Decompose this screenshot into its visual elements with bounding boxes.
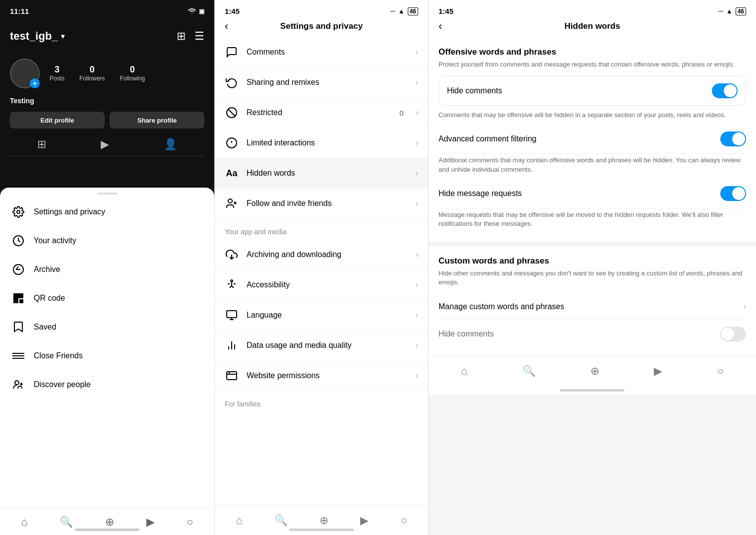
toggle-knob-3 [732,187,745,200]
home-nav-3[interactable]: ⌂ [461,365,467,378]
hide-message-requests-toggle[interactable] [720,186,746,201]
menu-item-comments[interactable]: Comments › [215,37,428,67]
search-nav-2[interactable]: 🔍 [274,514,288,527]
archiving-arrow: › [416,250,418,259]
bottom-nav-3: ⌂ 🔍 ⊕ ▶ ○ [429,356,756,386]
limited-arrow: › [416,138,418,147]
reels-nav-3[interactable]: ▶ [654,365,662,378]
hide-comments-card: Hide comments [439,76,746,106]
grid-tab-icon[interactable]: ⊞ [37,138,46,151]
follow-arrow: › [416,199,418,208]
advanced-filtering-toggle[interactable] [720,132,746,146]
add-nav-3[interactable]: ⊕ [590,365,599,378]
signal-icon: ▣ [199,8,204,15]
reels-tab-icon[interactable]: ▶ [101,138,109,151]
archive-icon [12,263,25,276]
restricted-icon [225,106,239,120]
discover-icon [12,378,25,391]
svg-point-16 [15,381,19,385]
section-header-families: For families [215,391,428,412]
section-header-media: Your app and media [215,219,428,240]
archive-label: Archive [34,265,60,274]
sheet-item-archive[interactable]: Archive [0,255,214,284]
add-story-button[interactable]: + [30,78,40,88]
menu-item-follow[interactable]: Follow and invite friends › [215,189,428,219]
hide-comments-desc: Comments that may be offensive will be h… [439,111,746,120]
comments-arrow: › [416,48,418,57]
back-button-3[interactable]: ‹ [439,20,442,33]
follow-icon [225,197,239,210]
share-profile-button[interactable]: Share profile [110,112,204,129]
data-usage-arrow: › [416,341,418,350]
menu-item-restricted[interactable]: Restricted 0 › [215,98,428,128]
svg-point-0 [17,210,20,213]
saved-label: Saved [34,323,56,332]
search-nav-3[interactable]: 🔍 [522,365,536,378]
language-icon [225,308,239,322]
sharing-label: Sharing and remixes [247,78,408,87]
search-nav-icon[interactable]: 🔍 [60,516,73,529]
bio-name: Testing [10,97,34,105]
menu-item-language[interactable]: Language › [215,300,428,331]
hide-comments-toggle[interactable] [712,83,738,98]
toggle-knob-4 [721,328,734,340]
tagged-tab-icon[interactable]: 👤 [164,138,177,151]
sheet-item-qr[interactable]: QR code [0,284,214,313]
menu-item-limited[interactable]: Limited interactions › [215,128,428,158]
menu-item-sharing[interactable]: Sharing and remixes › [215,67,428,98]
sheet-item-activity[interactable]: Your activity [0,226,214,255]
website-label: Website permissions [247,371,408,380]
back-button-2[interactable]: ‹ [225,20,228,33]
hide-comments-row: Hide comments [447,76,738,105]
reels-nav-2[interactable]: ▶ [360,514,369,527]
status-icons-3: ··· ▲ 46 [718,7,746,15]
offensive-title: Offensive words and phrases [439,47,746,57]
add-nav-2[interactable]: ⊕ [319,514,328,527]
sheet-item-close-friends[interactable]: Close Friends [0,341,214,370]
svg-rect-12 [22,302,23,303]
menu-item-archiving[interactable]: Archiving and downloading › [215,240,428,270]
add-nav-icon[interactable]: ⊕ [105,516,114,529]
website-arrow: › [416,371,418,380]
status-bar-1: 11:11 ▣ [10,7,204,15]
hide-message-requests-desc: Message requests that may be offensive w… [439,210,746,228]
comments-icon [225,45,239,59]
sheet-item-settings[interactable]: Settings and privacy [0,198,214,226]
posts-stat: 3 Posts [50,65,64,82]
dropdown-icon[interactable]: ▾ [61,32,64,40]
svg-rect-11 [20,302,21,303]
menu-item-website[interactable]: Website permissions › [215,361,428,391]
avatar-area: + [10,59,40,88]
status-time-3: 1:45 [439,7,453,15]
add-post-icon[interactable]: ⊞ [177,30,186,43]
bottom-sheet: Settings and privacy Your activity Archi… [0,188,214,535]
settings-icon [12,205,25,218]
wifi-icon [188,7,196,15]
sheet-item-discover[interactable]: Discover people [0,370,214,399]
wifi-icon-2: ▲ [398,7,405,15]
status-time-2: 1:45 [225,7,240,15]
edit-profile-button[interactable]: Edit profile [10,112,105,129]
hide-comments-bottom-row: Hide comments [439,320,746,348]
language-label: Language [247,311,408,320]
menu-icon[interactable]: ☰ [194,30,204,43]
advanced-filtering-desc: Additional comments that may contain off… [439,156,746,174]
status-bar-3: 1:45 ··· ▲ 46 [429,0,756,15]
menu-item-hidden-words[interactable]: Aa Hidden words › [215,158,428,189]
svg-line-20 [228,109,235,116]
reels-nav-icon[interactable]: ▶ [146,516,155,529]
hidden-words-label: Hidden words [247,169,408,178]
manage-custom-row[interactable]: Manage custom words and phrases › [439,294,746,320]
menu-item-data-usage[interactable]: Data usage and media quality › [215,331,428,361]
profile-nav-icon[interactable]: ○ [187,516,193,529]
wifi-icon-3: ▲ [726,7,733,15]
menu-item-accessibility[interactable]: Accessibility › [215,270,428,300]
profile-nav-3[interactable]: ○ [717,365,724,378]
home-nav-2[interactable]: ⌂ [236,514,242,527]
profile-buttons: Edit profile Share profile [10,112,204,129]
hide-comments-bottom-toggle[interactable] [720,327,746,341]
hidden-words-arrow: › [416,169,418,178]
sheet-item-saved[interactable]: Saved [0,313,214,341]
profile-nav-2[interactable]: ○ [401,514,407,527]
home-nav-icon[interactable]: ⌂ [21,516,27,529]
